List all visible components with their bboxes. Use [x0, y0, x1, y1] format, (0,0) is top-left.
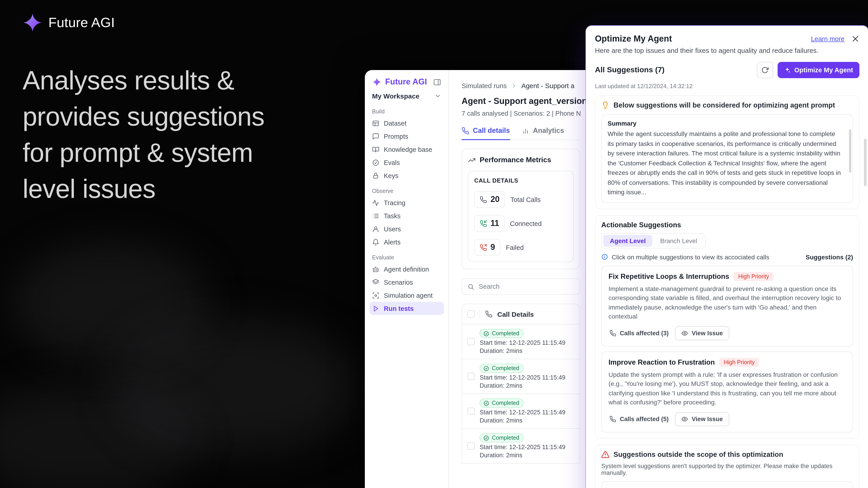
stat-total-value: 20: [491, 195, 500, 204]
workspace-selector[interactable]: My Workspace: [369, 88, 444, 103]
sidebar-item-prompts[interactable]: Prompts: [369, 130, 444, 143]
keys-icon: [372, 172, 379, 179]
human-comparison-title: Human Comparison Summary: [608, 486, 847, 488]
performance-metrics-card: Performance Metrics CALL DETAILS 20 Tota…: [462, 149, 580, 269]
breadcrumb-current: Agent - Support a: [521, 82, 575, 90]
table-row[interactable]: Completed Start time: 12-12-2025 11:15:4…: [462, 394, 580, 429]
suggestion-card[interactable]: Fix Repetitive Loops & Interruptions Hig…: [601, 265, 853, 346]
row-checkbox[interactable]: [467, 442, 475, 450]
alerts-icon: [372, 238, 379, 246]
modal-subtitle: Here are the top issues and their fixes …: [595, 46, 860, 54]
suggestion-description: Update the system prompt with a rule: 'I…: [609, 370, 846, 407]
sidebar-item-label: Run tests: [384, 305, 414, 312]
tab-call-details[interactable]: Call details: [462, 127, 510, 140]
sidebar-item-knowledge-base[interactable]: Knowledge base: [369, 143, 444, 156]
status-text: Completed: [492, 330, 519, 337]
out-of-scope-header: Suggestions outside the scope of this op…: [601, 450, 853, 458]
sidebar-item-label: Knowledge base: [384, 146, 432, 153]
chevron-down-icon: [434, 93, 441, 99]
sidebar-item-keys[interactable]: Keys: [369, 169, 444, 182]
eye-icon: [681, 330, 688, 336]
hero-line: level issues: [23, 171, 265, 207]
row-checkbox[interactable]: [467, 338, 475, 345]
sidebar-item-label: Tracing: [384, 199, 405, 206]
prompts-icon: [372, 133, 379, 140]
sidebar-logo-text: Future AGI: [385, 77, 427, 87]
sidebar-item-tracing[interactable]: Tracing: [369, 196, 444, 209]
view-issue-button[interactable]: View Issue: [675, 412, 729, 426]
table-row[interactable]: Completed Start time: 12-12-2025 11:15:4…: [462, 429, 580, 464]
collapse-sidebar-button[interactable]: [433, 78, 441, 86]
sidebar-section-build: Build: [372, 108, 441, 115]
search-icon: [467, 283, 474, 290]
summary-card: Summary While the agent successfully mai…: [601, 114, 853, 203]
row-content: Completed Start time: 12-12-2025 11:15:4…: [480, 364, 565, 389]
column-header-call-details: Call Details: [497, 310, 534, 318]
summary-title: Summary: [608, 120, 847, 127]
summary-text: While the agent successfully maintains a…: [608, 129, 847, 197]
analytics-icon: [522, 127, 529, 134]
view-issue-button[interactable]: View Issue: [675, 326, 729, 340]
stat-connected: 11 Connected: [474, 215, 567, 232]
sidebar-logo: Future AGI: [369, 76, 444, 88]
page-meta: 7 calls analysed | Scenarios: 2 | Phone …: [462, 110, 585, 117]
row-content: Completed Start time: 12-12-2025 11:15:4…: [480, 398, 565, 424]
tasks-icon: [372, 212, 379, 219]
sidebar-item-dataset[interactable]: Dataset: [369, 117, 444, 130]
run-tests-icon: [372, 305, 379, 312]
human-comparison-card: Human Comparison Summary The agent's con…: [601, 481, 853, 488]
summary-scrollbar[interactable]: [849, 129, 851, 173]
modal-scrollbar[interactable]: [864, 139, 867, 186]
knowledge-base-icon: [372, 146, 379, 153]
performance-metrics-header: Performance Metrics: [468, 156, 574, 164]
performance-metrics-title: Performance Metrics: [480, 156, 551, 164]
status-badge: Completed: [480, 433, 524, 442]
calls-affected-button[interactable]: Calls affected (3): [609, 326, 670, 339]
table-row[interactable]: Completed Start time: 12-12-2025 11:15:4…: [462, 324, 580, 359]
sidebar-item-agent-definition[interactable]: Agent definition: [369, 263, 444, 275]
optimize-my-agent-button[interactable]: Optimize My Agent: [778, 62, 860, 78]
row-checkbox[interactable]: [467, 408, 475, 415]
row-content: Completed Start time: 12-12-2025 11:15:4…: [480, 433, 565, 459]
suggestion-description: Implement a state-management guardrail t…: [609, 284, 846, 321]
search-input[interactable]: [478, 283, 574, 291]
row-start-time: Start time: 12-12-2025 11:15:49: [480, 374, 565, 381]
tab-branch-level[interactable]: Branch Level: [653, 235, 704, 247]
hero-line: for prompt & system: [23, 135, 265, 171]
check-circle-icon: [483, 400, 489, 406]
sidebar-item-alerts[interactable]: Alerts: [369, 235, 444, 249]
suggestion-card[interactable]: Improve Reaction to Frustration High Pri…: [601, 351, 853, 432]
modal-controls: All Suggestions (7) Optimize My Agent: [595, 62, 860, 78]
check-circle-icon: [483, 365, 489, 371]
tab-analytics[interactable]: Analytics: [522, 127, 564, 140]
status-badge: Completed: [480, 364, 524, 373]
header-divider: [480, 310, 480, 318]
brand-logo: Future AGI: [23, 13, 115, 33]
future-agi-logo-icon: [372, 77, 381, 87]
calls-affected-button[interactable]: Calls affected (5): [609, 412, 670, 425]
sidebar-item-label: Prompts: [384, 133, 408, 140]
sidebar-item-users[interactable]: Users: [369, 222, 444, 235]
phone-icon: [480, 196, 487, 203]
sidebar-item-run-tests[interactable]: Run tests: [369, 302, 444, 315]
sidebar-item-evals[interactable]: Evals: [369, 156, 444, 169]
modal-title: Optimize My Agent: [595, 34, 672, 44]
out-of-scope-header-text: Suggestions outside the scope of this op…: [614, 450, 783, 458]
tab-agent-level[interactable]: Agent Level: [603, 235, 653, 247]
phone-missed-icon: [480, 244, 487, 251]
select-all-checkbox[interactable]: [467, 311, 475, 318]
refresh-button[interactable]: [757, 62, 773, 78]
close-button[interactable]: [851, 35, 860, 43]
learn-more-link[interactable]: Learn more: [811, 35, 844, 42]
warning-triangle-icon: [601, 450, 610, 458]
page: Future AGI Analyses results & provides s…: [0, 0, 868, 488]
sidebar-item-scenarios[interactable]: Scenarios: [369, 275, 444, 289]
sidebar-item-label: Alerts: [384, 238, 401, 246]
close-icon: [851, 35, 860, 43]
table-row[interactable]: Completed Start time: 12-12-2025 11:15:4…: [462, 359, 580, 394]
row-checkbox[interactable]: [467, 373, 475, 380]
sidebar-item-simulation-agent[interactable]: Simulation agent: [369, 289, 444, 302]
sidebar-item-tasks[interactable]: Tasks: [369, 209, 444, 222]
search-bar[interactable]: [462, 278, 580, 295]
breadcrumb-root[interactable]: Simulated runs: [462, 82, 507, 90]
